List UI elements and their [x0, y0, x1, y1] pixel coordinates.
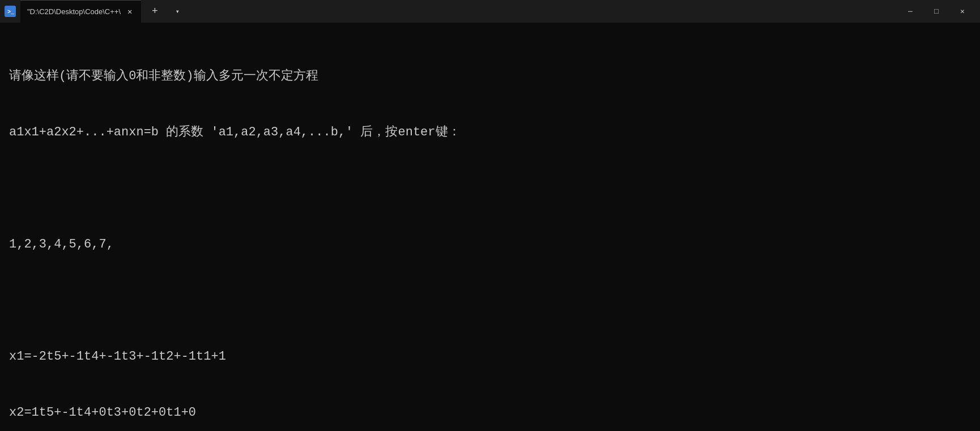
new-tab-icon: +	[152, 6, 158, 17]
terminal-line-5: x1=-2t5+-1t4+-1t3+-1t2+-1t1+1	[9, 347, 971, 366]
maximize-button[interactable]: □	[923, 0, 949, 23]
titlebar-left: >_ "D:\C2D\Desktop\Code\C++\ ✕ + ▾	[5, 0, 897, 23]
terminal-output: 请像这样(请不要输入0和非整数)输入多元一次不定方程 a1x1+a2x2+...…	[0, 23, 980, 431]
tab-close-button[interactable]: ✕	[125, 7, 134, 17]
terminal-line-6: x2=1t5+-1t4+0t3+0t2+0t1+0	[9, 403, 971, 422]
close-icon: ✕	[960, 7, 965, 16]
terminal-line-1: a1x1+a2x2+...+anxn=b 的系数 'a1,a2,a3,a4,..…	[9, 123, 971, 142]
svg-text:>_: >_	[7, 9, 15, 15]
minimize-icon: ─	[908, 7, 913, 16]
terminal-line-4	[9, 291, 971, 310]
minimize-button[interactable]: ─	[897, 0, 923, 23]
tab-title: "D:\C2D\Desktop\Code\C++\	[27, 7, 121, 16]
active-tab[interactable]: "D:\C2D\Desktop\Code\C++\ ✕	[20, 0, 141, 23]
app-icon: >_	[5, 6, 16, 17]
terminal-line-3: 1,2,3,4,5,6,7,	[9, 235, 971, 254]
new-tab-button[interactable]: +	[146, 2, 164, 20]
window-controls: ─ □ ✕	[897, 0, 975, 23]
maximize-icon: □	[934, 7, 939, 16]
titlebar: >_ "D:\C2D\Desktop\Code\C++\ ✕ + ▾ ─ □	[0, 0, 980, 23]
dropdown-icon: ▾	[176, 7, 180, 16]
terminal-window: >_ "D:\C2D\Desktop\Code\C++\ ✕ + ▾ ─ □	[0, 0, 980, 431]
close-button[interactable]: ✕	[949, 0, 975, 23]
terminal-line-2	[9, 179, 971, 198]
dropdown-button[interactable]: ▾	[168, 2, 186, 20]
terminal-line-0: 请像这样(请不要输入0和非整数)输入多元一次不定方程	[9, 67, 971, 86]
